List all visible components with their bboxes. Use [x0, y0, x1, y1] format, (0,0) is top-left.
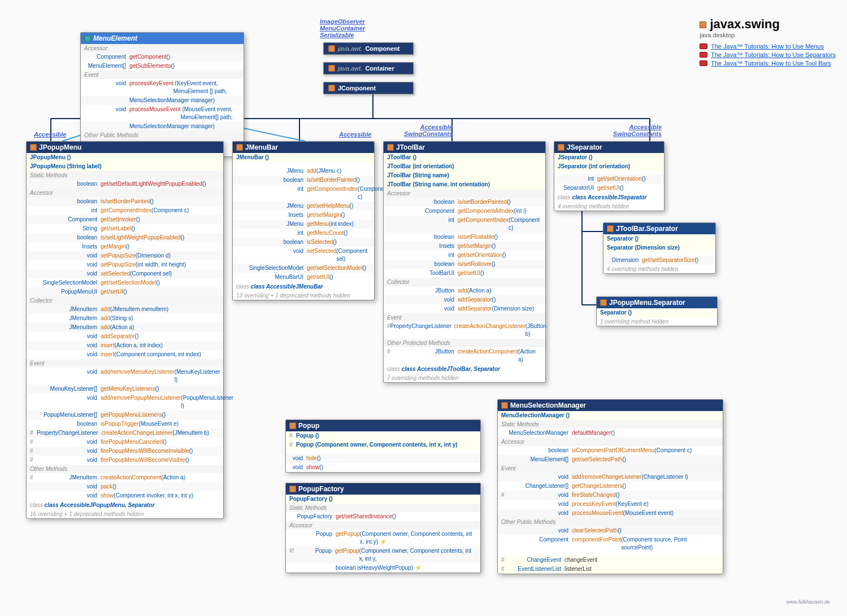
container-box: java.awt.Container — [323, 62, 414, 75]
accessible-label: Accessible — [34, 131, 66, 138]
class-icon — [600, 299, 607, 306]
popupfactory-box: PopupFactory PopupFactory () Static Meth… — [285, 483, 481, 573]
box-title: JSeparator — [554, 142, 664, 153]
box-title: JPopupMenu.Separator — [597, 297, 717, 308]
box-title: JToolBar — [384, 142, 545, 153]
module-name: java.desktop — [700, 32, 836, 38]
class-icon — [289, 422, 296, 429]
popup-box: Popup #Popup () #Popup (Component owner,… — [285, 420, 481, 473]
oracle-icon — [700, 60, 707, 66]
box-title: JToolBar.Separator — [603, 223, 715, 234]
class-icon — [30, 144, 37, 151]
class-icon — [328, 85, 335, 91]
jcomponent-box: JComponent — [323, 82, 414, 94]
popupmenu-separator-box: JPopupMenu.Separator Separator () 1 over… — [596, 296, 718, 326]
oracle-icon — [700, 43, 707, 49]
jseparator-box: JSeparator JSeparator () JSeparator (int… — [554, 141, 664, 211]
toolbar-separator-box: JToolBar.Separator Separator () Separato… — [603, 222, 716, 274]
tutorial-link-menus[interactable]: The Java™ Tutorials: How to Use Menus — [700, 43, 836, 50]
class-icon — [700, 21, 706, 28]
jmenubar-box: JMenuBar JMenuBar () JMenuadd(JMenu c) b… — [232, 141, 375, 300]
class-icon — [328, 45, 335, 52]
package-name: javax.swing — [700, 17, 836, 32]
box-title: JPopupMenu — [27, 142, 223, 153]
class-icon — [236, 144, 243, 151]
class-icon — [607, 225, 614, 232]
tutorial-link-separators[interactable]: The Java™ Tutorials: How to Use Separato… — [700, 51, 836, 58]
interface-labels: ImageObserver MenuContainer Serializable — [320, 18, 365, 38]
box-title: JMenuBar — [233, 142, 374, 153]
accessible-swing-label: AccessibleSwingConstants — [594, 124, 662, 137]
accessible-label: Accessible — [339, 131, 371, 138]
jpopupmenu-box: JPopupMenu JPopupMenu () JPopupMenu (Str… — [26, 141, 224, 519]
menuselectionmanager-box: MenuSelectionManager MenuSelectionManage… — [497, 399, 723, 574]
class-icon — [289, 486, 296, 492]
class-icon — [328, 65, 335, 72]
box-title: PopupFactory — [286, 483, 480, 495]
package-header: javax.swing java.desktop The Java™ Tutor… — [700, 17, 836, 68]
jtoolbar-box: JToolBar JToolBar () JToolBar (int orien… — [383, 141, 546, 383]
interface-icon — [84, 35, 91, 42]
menuelement-box: MenuElement Accessor ComponentgetCompone… — [80, 32, 244, 157]
class-icon — [501, 402, 508, 409]
tutorial-link-toolbars[interactable]: The Java™ Tutorials: How to Use Tool Bar… — [700, 60, 836, 67]
component-box: java.awt.Component — [323, 42, 414, 55]
box-title: Popup — [286, 420, 480, 431]
class-icon — [558, 144, 564, 151]
box-title: MenuElement — [81, 33, 244, 44]
accessible-swing-label: AccessibleSwingConstants — [385, 124, 453, 137]
watermark: www.falkhausen.de — [786, 599, 830, 605]
class-icon — [387, 144, 394, 151]
oracle-icon — [700, 52, 707, 58]
box-title: MenuSelectionManager — [498, 400, 723, 411]
